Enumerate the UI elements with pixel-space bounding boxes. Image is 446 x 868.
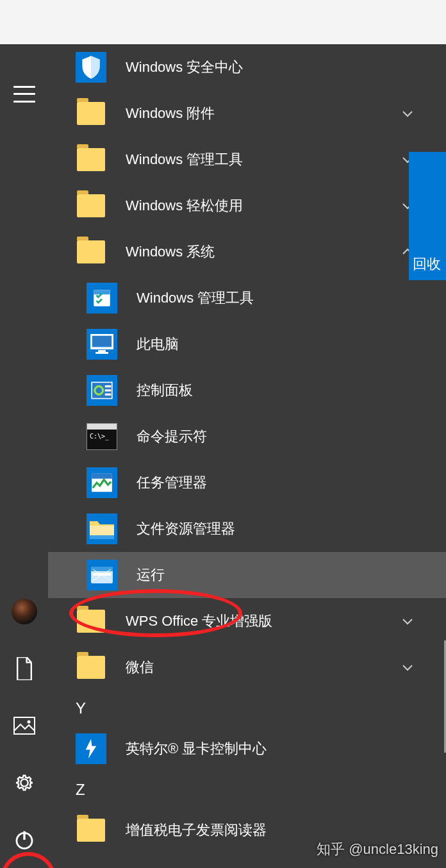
app-item[interactable]: 文件资源管理器	[48, 506, 446, 552]
recycle-bin-label: 回收	[413, 255, 441, 274]
app-item[interactable]: Windows 系统	[48, 229, 446, 275]
svg-rect-12	[105, 385, 112, 387]
app-item[interactable]: Windows 管理工具	[48, 275, 446, 321]
app-item[interactable]: Windows 附件	[48, 90, 446, 137]
recycle-bin-tile[interactable]: 回收	[409, 152, 446, 280]
app-item[interactable]: Windows 管理工具	[48, 137, 446, 183]
avatar-icon	[12, 599, 37, 624]
app-item-label: Windows 管理工具	[136, 288, 254, 308]
app-item-label: 英特尔® 显卡控制中心	[126, 739, 267, 758]
hamburger-button[interactable]	[0, 70, 48, 127]
app-item-label: Windows 轻松使用	[126, 196, 243, 215]
start-left-rail	[0, 44, 48, 868]
app-item-label: Windows 附件	[126, 104, 215, 123]
chevron-down-icon	[401, 107, 414, 120]
power-button[interactable]	[0, 811, 48, 868]
app-item[interactable]: 此电脑	[48, 321, 446, 367]
app-item-label: 增值税电子发票阅读器	[126, 821, 267, 840]
app-item-label: 运行	[136, 565, 165, 585]
chevron-down-icon	[401, 615, 414, 628]
app-list[interactable]: Windows 安全中心Windows 附件Windows 管理工具Window…	[48, 44, 446, 868]
app-item[interactable]: Windows 安全中心	[48, 44, 446, 90]
app-item[interactable]: C:\>_命令提示符	[48, 413, 446, 460]
app-item[interactable]: 任务管理器	[48, 460, 446, 506]
document-icon	[15, 657, 34, 680]
app-item-label: 控制面板	[136, 381, 193, 400]
browser-top-bar	[0, 0, 446, 44]
app-item-label: 文件资源管理器	[136, 519, 235, 538]
app-item-label: 任务管理器	[136, 473, 207, 492]
svg-rect-9	[95, 352, 108, 354]
svg-rect-16	[92, 474, 112, 479]
app-item[interactable]: 微信	[48, 644, 446, 690]
documents-button[interactable]	[0, 640, 48, 697]
app-item-label: 此电脑	[136, 335, 179, 354]
app-item-label: 命令提示符	[136, 427, 207, 446]
app-item-label: WPS Office 专业增强版	[126, 612, 272, 631]
app-item-label: 微信	[126, 658, 154, 677]
picture-icon	[13, 717, 35, 735]
chevron-down-icon	[401, 661, 414, 674]
settings-button[interactable]	[0, 754, 48, 811]
user-avatar-button[interactable]	[0, 583, 48, 640]
app-item-label: Windows 管理工具	[126, 150, 243, 169]
app-item[interactable]: 英特尔® 显卡控制中心	[48, 726, 446, 772]
hamburger-icon	[13, 86, 35, 103]
app-item[interactable]: WPS Office 专业增强版	[48, 598, 446, 644]
start-menu: Windows 安全中心Windows 附件Windows 管理工具Window…	[0, 44, 446, 868]
svg-rect-0	[14, 717, 35, 734]
svg-rect-14	[105, 394, 112, 396]
svg-rect-21	[93, 573, 111, 576]
svg-point-1	[27, 720, 30, 723]
section-header-Y[interactable]: Y	[48, 690, 446, 726]
svg-rect-20	[91, 567, 113, 571]
pictures-button[interactable]	[0, 697, 48, 754]
svg-rect-7	[92, 336, 112, 347]
svg-rect-13	[105, 389, 112, 391]
app-item-label: Windows 系统	[126, 242, 215, 262]
svg-rect-8	[98, 350, 106, 352]
app-item-label: Windows 安全中心	[126, 58, 243, 77]
watermark-text: 知乎 @uncle13king	[317, 840, 438, 859]
app-item[interactable]: 运行	[48, 552, 446, 598]
gear-icon	[13, 772, 35, 794]
app-item[interactable]: 控制面板	[48, 367, 446, 413]
power-icon	[13, 829, 35, 851]
svg-rect-18	[90, 535, 114, 539]
section-header-Z[interactable]: Z	[48, 772, 446, 807]
app-item[interactable]: Windows 轻松使用	[48, 183, 446, 229]
